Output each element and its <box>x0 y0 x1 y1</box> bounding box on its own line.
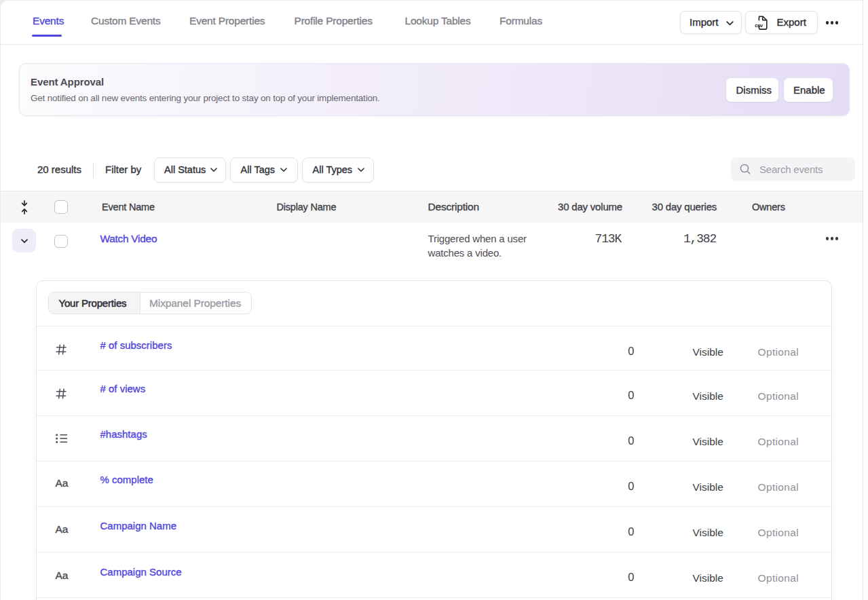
svg-text:csv: csv <box>755 22 763 28</box>
